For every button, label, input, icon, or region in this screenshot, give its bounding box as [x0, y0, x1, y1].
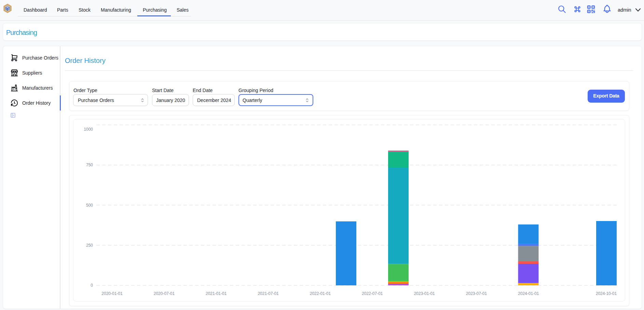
- svg-text:2023-07-01: 2023-07-01: [466, 291, 487, 296]
- svg-text:2022-01-01: 2022-01-01: [310, 291, 331, 296]
- svg-text:750: 750: [86, 163, 93, 167]
- svg-text:2020-01-01: 2020-01-01: [101, 291, 123, 296]
- svg-text:2023-01-01: 2023-01-01: [414, 291, 435, 296]
- svg-text:500: 500: [86, 203, 93, 208]
- svg-text:2024-10-01: 2024-10-01: [596, 291, 617, 296]
- svg-text:1000: 1000: [84, 127, 93, 132]
- svg-text:2022-07-01: 2022-07-01: [362, 291, 383, 296]
- svg-text:2024-01-01: 2024-01-01: [518, 291, 539, 296]
- svg-text:0: 0: [91, 283, 93, 288]
- svg-text:2021-07-01: 2021-07-01: [258, 291, 279, 296]
- svg-text:2020-07-01: 2020-07-01: [154, 291, 175, 296]
- svg-text:250: 250: [86, 243, 93, 248]
- svg-text:2021-01-01: 2021-01-01: [206, 291, 227, 296]
